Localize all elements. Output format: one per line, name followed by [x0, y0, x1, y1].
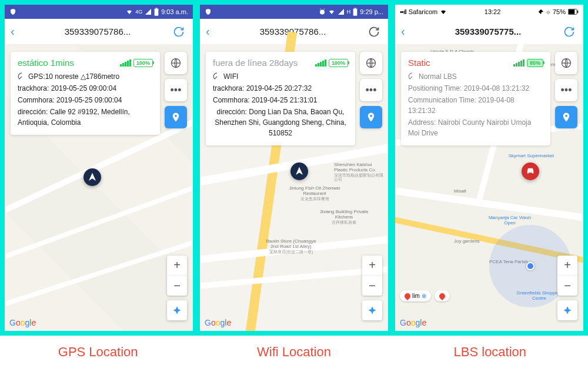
google-logo: Google — [9, 318, 36, 327]
refresh-icon — [173, 26, 185, 38]
more-button[interactable]: ••• — [165, 79, 187, 101]
wifi-icon — [328, 8, 335, 15]
poi-label: Skymart Supermarket — [509, 154, 554, 159]
poi-label: Jixiang Building Private Kitchens吉祥楼私房菜 — [318, 210, 370, 224]
poi-label: Jinlong Fish Oil Zhenwei Restaurant金龙鱼真味… — [288, 186, 341, 201]
svg-rect-11 — [577, 11, 579, 14]
chip-extra[interactable] — [435, 290, 450, 301]
gps-info: GPS:10 noreste △1786metro — [28, 71, 119, 82]
refresh-button[interactable] — [561, 24, 577, 40]
screen-lbs: ••ıll Safaricom 13:22 ⟐ 75% ‹ 3593390757… — [395, 5, 583, 331]
zoom-controls: + − — [362, 256, 382, 296]
refresh-button[interactable] — [366, 24, 382, 40]
map-area[interactable]: Umoja S.D.A Church Grand Supermaket Skym… — [395, 45, 583, 331]
compass-button[interactable] — [557, 300, 577, 320]
zoom-out-button[interactable]: − — [167, 276, 187, 296]
signal-dots-icon: ••ıll — [400, 8, 406, 15]
refresh-icon — [368, 26, 380, 38]
locate-button[interactable] — [360, 106, 382, 128]
battery-badge: 100% — [329, 59, 348, 67]
caption-wifi: Wifi Location — [196, 344, 392, 360]
map-area[interactable]: Bao'an Education Industrial Zone宝安教育工业区 … — [200, 45, 388, 331]
page-title: 359339075786... — [25, 26, 171, 37]
pin-icon — [366, 112, 376, 122]
google-logo: Google — [400, 318, 426, 327]
globe-button[interactable] — [165, 52, 187, 74]
pin-icon — [171, 112, 181, 122]
poi-label: Manyanja Car Wash Open — [483, 216, 536, 226]
positioning-time: Positioning Time: 2019-04-08 13:21:32 — [408, 83, 543, 94]
compass-button[interactable] — [362, 300, 382, 320]
device-marker[interactable] — [522, 163, 539, 180]
back-button[interactable]: ‹ — [11, 25, 25, 38]
globe-icon — [365, 57, 377, 69]
svg-rect-5 — [353, 9, 358, 16]
more-button[interactable]: ••• — [555, 79, 577, 101]
signal-icon — [145, 8, 152, 15]
zoom-out-button[interactable]: − — [362, 276, 382, 296]
comm-time: Commhora: 2019-04-25 21:31:01 — [213, 95, 348, 105]
comm-time: Commhora: 2019-05-25 09:00:04 — [18, 95, 153, 105]
address: dirección: Calle 92 #9192, Medellín, Ant… — [18, 107, 153, 128]
dots-icon: ••• — [366, 84, 377, 97]
compass-icon — [563, 306, 572, 315]
signal-bars-icon — [120, 59, 131, 67]
more-button[interactable]: ••• — [360, 79, 382, 101]
map-area[interactable]: estático 1mins 100% GPS:10 noreste △1786… — [5, 45, 193, 331]
shield-icon — [205, 8, 212, 15]
locate-button[interactable] — [165, 106, 187, 128]
mode-label: Normal LBS — [419, 71, 457, 82]
zoom-in-button[interactable]: + — [167, 256, 187, 276]
refresh-button[interactable] — [171, 24, 187, 40]
svg-point-13 — [565, 115, 567, 117]
poi-label: Joy gardens — [454, 239, 480, 244]
battery-percent: 75% — [553, 8, 566, 15]
compass-icon — [172, 306, 182, 315]
app-header: ‹ 359339075786... — [5, 19, 193, 45]
shield-icon — [9, 8, 16, 15]
zoom-controls: + − — [167, 256, 187, 296]
my-location-dot — [526, 262, 534, 270]
chip-lim[interactable]: lim ⊗ — [400, 290, 431, 301]
status-text: fuera de línea 28days — [213, 58, 298, 68]
gauge-icon — [18, 72, 26, 81]
locate-button[interactable] — [555, 106, 577, 128]
signal-bars-icon — [315, 59, 326, 67]
carrier-label: Safaricom — [409, 8, 438, 15]
compass-icon — [368, 306, 377, 315]
battery-icon — [568, 9, 579, 15]
page-title: 359339075775... — [415, 26, 561, 37]
screen-wifi: H 9:29 p... ‹ 359339075786... Bao'an Edu… — [200, 5, 388, 331]
wifi-icon — [126, 8, 133, 15]
google-logo: Google — [205, 318, 231, 327]
zoom-in-button[interactable]: + — [557, 256, 577, 276]
info-card: Static 85% Normal LBS Positioning Time: … — [401, 52, 550, 145]
globe-icon — [170, 57, 182, 69]
svg-rect-1 — [156, 8, 158, 8]
map-tools: ••• — [165, 52, 187, 128]
signal-icon — [338, 8, 345, 15]
zoom-controls: + − — [557, 256, 577, 296]
communication-time: Communication Time: 2019-04-08 13:21:32 — [408, 95, 543, 116]
map-chips: lim ⊗ — [400, 290, 450, 301]
globe-button[interactable] — [555, 52, 577, 74]
dots-icon: ••• — [171, 84, 182, 97]
back-button[interactable]: ‹ — [401, 25, 415, 38]
app-header: ‹ 359339075775... — [395, 19, 583, 45]
location-icon — [538, 9, 544, 15]
track-time: trackhora: 2019-05-25 09:00:04 — [18, 83, 153, 94]
svg-rect-0 — [155, 9, 159, 16]
svg-rect-6 — [355, 8, 356, 8]
compass-button[interactable] — [167, 300, 187, 320]
globe-button[interactable] — [360, 52, 382, 74]
statusbar: H 9:29 p... — [200, 5, 388, 19]
device-marker[interactable] — [290, 163, 308, 180]
poi-label: Shenzhen Kaishui Plastic Products Co.深圳市… — [334, 163, 387, 182]
caption-gps: GPS Location — [0, 344, 196, 360]
zoom-out-button[interactable]: − — [557, 276, 577, 296]
device-marker[interactable] — [83, 168, 101, 186]
back-button[interactable]: ‹ — [206, 25, 220, 38]
statusbar: ••ıll Safaricom 13:22 ⟐ 75% — [395, 5, 583, 19]
clock: 9:03 a.m. — [161, 8, 188, 15]
zoom-in-button[interactable]: + — [362, 256, 382, 276]
